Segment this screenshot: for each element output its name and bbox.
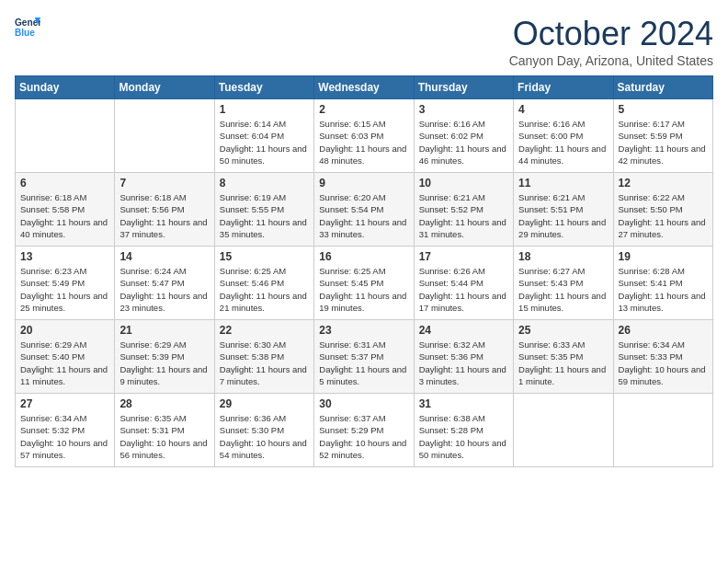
weekday-header-friday: Friday xyxy=(514,76,613,99)
location: Canyon Day, Arizona, United States xyxy=(509,53,713,68)
calendar-cell: 31Sunrise: 6:38 AM Sunset: 5:28 PM Dayli… xyxy=(414,394,513,467)
calendar-cell: 10Sunrise: 6:21 AM Sunset: 5:52 PM Dayli… xyxy=(414,173,513,247)
day-info: Sunrise: 6:23 AM Sunset: 5:49 PM Dayligh… xyxy=(20,265,109,314)
day-number: 26 xyxy=(619,324,708,337)
day-number: 6 xyxy=(20,177,109,190)
weekday-header-tuesday: Tuesday xyxy=(214,76,313,99)
day-number: 8 xyxy=(220,177,309,190)
calendar-cell: 2Sunrise: 6:15 AM Sunset: 6:03 PM Daylig… xyxy=(314,99,414,173)
day-number: 1 xyxy=(220,103,309,116)
month-title: October 2024 xyxy=(509,15,713,53)
day-number: 4 xyxy=(518,103,608,116)
calendar-cell: 13Sunrise: 6:23 AM Sunset: 5:49 PM Dayli… xyxy=(16,247,115,320)
weekday-header-row: SundayMondayTuesdayWednesdayThursdayFrid… xyxy=(16,76,713,99)
day-number: 24 xyxy=(419,324,508,337)
day-info: Sunrise: 6:27 AM Sunset: 5:43 PM Dayligh… xyxy=(518,265,608,314)
weekday-header-monday: Monday xyxy=(115,76,214,99)
day-info: Sunrise: 6:18 AM Sunset: 5:58 PM Dayligh… xyxy=(20,191,109,240)
weekday-header-wednesday: Wednesday xyxy=(314,76,414,99)
day-info: Sunrise: 6:21 AM Sunset: 5:52 PM Dayligh… xyxy=(419,191,508,240)
weekday-header-saturday: Saturday xyxy=(613,76,712,99)
day-info: Sunrise: 6:36 AM Sunset: 5:30 PM Dayligh… xyxy=(220,412,309,461)
calendar-cell: 4Sunrise: 6:16 AM Sunset: 6:00 PM Daylig… xyxy=(514,99,613,173)
day-info: Sunrise: 6:17 AM Sunset: 5:59 PM Dayligh… xyxy=(619,118,708,167)
day-info: Sunrise: 6:19 AM Sunset: 5:55 PM Dayligh… xyxy=(220,191,309,240)
day-number: 15 xyxy=(220,250,309,263)
day-info: Sunrise: 6:22 AM Sunset: 5:50 PM Dayligh… xyxy=(619,191,708,240)
calendar-cell: 17Sunrise: 6:26 AM Sunset: 5:44 PM Dayli… xyxy=(414,247,513,320)
calendar-cell: 7Sunrise: 6:18 AM Sunset: 5:56 PM Daylig… xyxy=(115,173,214,247)
day-number: 20 xyxy=(20,324,109,337)
day-info: Sunrise: 6:20 AM Sunset: 5:54 PM Dayligh… xyxy=(319,191,408,240)
day-number: 18 xyxy=(518,250,608,263)
day-info: Sunrise: 6:30 AM Sunset: 5:38 PM Dayligh… xyxy=(220,339,309,387)
day-info: Sunrise: 6:14 AM Sunset: 6:04 PM Dayligh… xyxy=(220,118,309,167)
calendar-cell: 15Sunrise: 6:25 AM Sunset: 5:46 PM Dayli… xyxy=(214,247,313,320)
calendar-cell xyxy=(613,394,712,467)
calendar-cell: 6Sunrise: 6:18 AM Sunset: 5:58 PM Daylig… xyxy=(16,173,115,247)
day-number: 7 xyxy=(119,177,209,190)
day-number: 27 xyxy=(20,397,109,410)
day-number: 5 xyxy=(619,103,708,116)
day-info: Sunrise: 6:38 AM Sunset: 5:28 PM Dayligh… xyxy=(419,412,508,461)
day-number: 22 xyxy=(220,324,309,337)
day-info: Sunrise: 6:29 AM Sunset: 5:39 PM Dayligh… xyxy=(119,339,209,387)
week-row-3: 20Sunrise: 6:29 AM Sunset: 5:40 PM Dayli… xyxy=(16,320,713,394)
calendar-cell: 12Sunrise: 6:22 AM Sunset: 5:50 PM Dayli… xyxy=(613,173,712,247)
calendar-cell: 20Sunrise: 6:29 AM Sunset: 5:40 PM Dayli… xyxy=(16,320,115,394)
day-number: 28 xyxy=(119,397,209,410)
calendar-cell: 25Sunrise: 6:33 AM Sunset: 5:35 PM Dayli… xyxy=(514,320,613,394)
day-number: 23 xyxy=(319,324,408,337)
day-number: 11 xyxy=(518,177,608,190)
calendar-cell: 5Sunrise: 6:17 AM Sunset: 5:59 PM Daylig… xyxy=(613,99,712,173)
day-number: 2 xyxy=(319,103,408,116)
weekday-header-sunday: Sunday xyxy=(16,76,115,99)
page-header: General Blue October 2024 Canyon Day, Ar… xyxy=(15,15,713,68)
day-info: Sunrise: 6:21 AM Sunset: 5:51 PM Dayligh… xyxy=(518,191,608,240)
day-info: Sunrise: 6:29 AM Sunset: 5:40 PM Dayligh… xyxy=(20,339,109,387)
calendar-cell: 30Sunrise: 6:37 AM Sunset: 5:29 PM Dayli… xyxy=(314,394,414,467)
logo: General Blue xyxy=(15,15,40,40)
day-info: Sunrise: 6:33 AM Sunset: 5:35 PM Dayligh… xyxy=(518,339,608,387)
calendar-cell: 19Sunrise: 6:28 AM Sunset: 5:41 PM Dayli… xyxy=(613,247,712,320)
calendar-cell: 22Sunrise: 6:30 AM Sunset: 5:38 PM Dayli… xyxy=(214,320,313,394)
calendar-cell xyxy=(16,99,115,173)
day-number: 3 xyxy=(419,103,508,116)
day-info: Sunrise: 6:34 AM Sunset: 5:32 PM Dayligh… xyxy=(20,412,109,461)
weekday-header-thursday: Thursday xyxy=(414,76,513,99)
day-info: Sunrise: 6:25 AM Sunset: 5:45 PM Dayligh… xyxy=(319,265,408,314)
calendar-cell: 27Sunrise: 6:34 AM Sunset: 5:32 PM Dayli… xyxy=(16,394,115,467)
calendar-cell: 18Sunrise: 6:27 AM Sunset: 5:43 PM Dayli… xyxy=(514,247,613,320)
day-number: 21 xyxy=(119,324,209,337)
day-info: Sunrise: 6:31 AM Sunset: 5:37 PM Dayligh… xyxy=(319,339,408,387)
calendar-cell: 3Sunrise: 6:16 AM Sunset: 6:02 PM Daylig… xyxy=(414,99,513,173)
calendar-cell: 23Sunrise: 6:31 AM Sunset: 5:37 PM Dayli… xyxy=(314,320,414,394)
day-number: 19 xyxy=(619,250,708,263)
day-number: 17 xyxy=(419,250,508,263)
day-number: 10 xyxy=(419,177,508,190)
day-info: Sunrise: 6:28 AM Sunset: 5:41 PM Dayligh… xyxy=(619,265,708,314)
logo-icon: General Blue xyxy=(15,15,40,40)
calendar-cell xyxy=(115,99,214,173)
calendar-cell: 11Sunrise: 6:21 AM Sunset: 5:51 PM Dayli… xyxy=(514,173,613,247)
day-number: 13 xyxy=(20,250,109,263)
calendar-cell: 8Sunrise: 6:19 AM Sunset: 5:55 PM Daylig… xyxy=(214,173,313,247)
day-info: Sunrise: 6:32 AM Sunset: 5:36 PM Dayligh… xyxy=(419,339,508,387)
week-row-0: 1Sunrise: 6:14 AM Sunset: 6:04 PM Daylig… xyxy=(16,99,713,173)
calendar-cell xyxy=(514,394,613,467)
day-number: 31 xyxy=(419,397,508,410)
day-info: Sunrise: 6:35 AM Sunset: 5:31 PM Dayligh… xyxy=(119,412,209,461)
week-row-4: 27Sunrise: 6:34 AM Sunset: 5:32 PM Dayli… xyxy=(16,394,713,467)
day-info: Sunrise: 6:34 AM Sunset: 5:33 PM Dayligh… xyxy=(619,339,708,387)
calendar-cell: 1Sunrise: 6:14 AM Sunset: 6:04 PM Daylig… xyxy=(214,99,313,173)
day-info: Sunrise: 6:26 AM Sunset: 5:44 PM Dayligh… xyxy=(419,265,508,314)
day-number: 14 xyxy=(119,250,209,263)
day-number: 16 xyxy=(319,250,408,263)
week-row-1: 6Sunrise: 6:18 AM Sunset: 5:58 PM Daylig… xyxy=(16,173,713,247)
calendar-cell: 21Sunrise: 6:29 AM Sunset: 5:39 PM Dayli… xyxy=(115,320,214,394)
day-info: Sunrise: 6:25 AM Sunset: 5:46 PM Dayligh… xyxy=(220,265,309,314)
day-info: Sunrise: 6:16 AM Sunset: 6:02 PM Dayligh… xyxy=(419,118,508,167)
title-area: October 2024 Canyon Day, Arizona, United… xyxy=(509,15,713,68)
calendar-cell: 16Sunrise: 6:25 AM Sunset: 5:45 PM Dayli… xyxy=(314,247,414,320)
day-number: 9 xyxy=(319,177,408,190)
